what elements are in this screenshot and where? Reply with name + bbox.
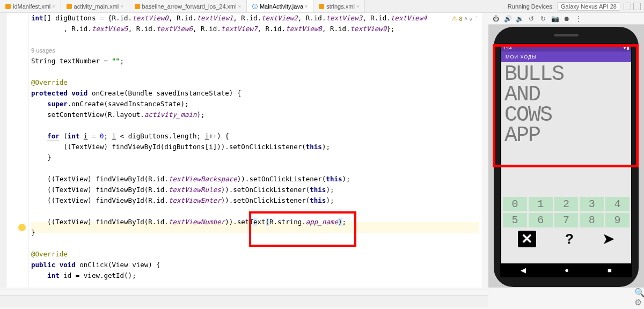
display-line-2: AND	[504, 85, 628, 105]
record-icon[interactable]: ⏺	[562, 14, 571, 23]
app-title: МОИ ХОДЫ	[506, 54, 537, 60]
android-app-bar: МОИ ХОДЫ	[501, 52, 631, 62]
home-button[interactable]: ●	[565, 266, 569, 274]
key-8[interactable]: 8	[580, 213, 604, 227]
enter-button[interactable]: ➤	[603, 231, 614, 247]
bottom-panel	[0, 290, 488, 309]
xml-icon	[5, 4, 11, 9]
tab-label: MainActivity.java	[260, 3, 303, 10]
code-content: int[] digButtons = {R.id.textView0, R.id…	[31, 13, 479, 281]
close-icon[interactable]: ×	[238, 4, 241, 9]
app-display: BULLS AND COWS APP	[501, 62, 631, 197]
key-2[interactable]: 2	[554, 197, 579, 211]
window-controls	[624, 3, 641, 10]
android-nav-bar: ◀ ● ■	[501, 263, 631, 276]
key-4[interactable]: 4	[605, 197, 630, 211]
settings-icon[interactable]: ⚙	[634, 297, 642, 305]
key-9[interactable]: 9	[605, 213, 630, 227]
key-3[interactable]: 3	[580, 197, 604, 211]
back-button[interactable]: ◀	[521, 266, 526, 274]
close-icon[interactable]: ×	[356, 4, 359, 9]
tab-label: idManifest.xml	[13, 3, 50, 10]
tab-main-activity[interactable]: CMainActivity.java×	[247, 0, 313, 12]
line-gutter	[6, 13, 29, 288]
tab-label: strings.xml	[326, 3, 355, 10]
display-line-1: BULLS	[504, 64, 628, 85]
recents-button[interactable]: ■	[608, 266, 612, 274]
intention-bulb-icon[interactable]	[18, 224, 26, 231]
power-icon[interactable]: ⏻	[492, 14, 500, 23]
device-screen[interactable]: 1:34 ▾ ▮ МОИ ХОДЫ BULLS AND COWS APP 0 1…	[500, 43, 632, 277]
display-line-4: APP	[504, 126, 628, 146]
emulator-side-toolbar: 🔍 ⚙	[634, 288, 643, 307]
left-gutter	[0, 13, 6, 288]
app-control-row: ✕ ? ➤	[501, 227, 631, 251]
device-frame: 1:34 ▾ ▮ МОИ ХОДЫ BULLS AND COWS APP 0 1…	[494, 27, 639, 287]
tab-manifest[interactable]: idManifest.xml×	[0, 0, 61, 12]
volume-up-icon[interactable]: 🔊	[503, 14, 512, 23]
screenshot-icon[interactable]: 📷	[551, 14, 559, 23]
zoom-icon[interactable]: 🔍	[634, 288, 642, 295]
close-icon[interactable]: ×	[305, 4, 308, 9]
emulator-panel: 1:34 ▾ ▮ МОИ ХОДЫ BULLS AND COWS APP 0 1…	[488, 25, 644, 288]
breadcrumb-bar[interactable]	[0, 295, 488, 307]
tab-label: baseline_arrow_forward_ios_24.xml	[142, 3, 237, 10]
xml-icon	[67, 4, 72, 9]
tab-strings[interactable]: strings.xml×	[313, 0, 365, 12]
device-selector[interactable]: Galaxy Nexus API 28	[557, 2, 620, 11]
tab-activity-main[interactable]: activity_main.xml×	[61, 0, 129, 12]
xml-icon	[319, 4, 324, 9]
close-icon[interactable]: ×	[120, 4, 123, 9]
volume-down-icon[interactable]: 🔉	[515, 14, 524, 23]
backspace-button[interactable]: ✕	[518, 231, 536, 247]
close-icon[interactable]: ×	[52, 4, 55, 9]
minimize-icon[interactable]	[624, 3, 631, 10]
key-5[interactable]: 5	[503, 213, 527, 227]
running-devices-label: Running Devices:	[508, 3, 554, 10]
more-icon[interactable]: ⋮	[574, 14, 583, 23]
tab-baseline-arrow[interactable]: baseline_arrow_forward_ios_24.xml×	[129, 0, 247, 12]
key-7[interactable]: 7	[554, 213, 579, 227]
settings-icon[interactable]	[633, 3, 641, 10]
java-icon: C	[252, 4, 258, 9]
editor[interactable]: ⚠ 8 ʌ v ⋮ int[] digButtons = {R.id.textV…	[6, 13, 482, 288]
rotate-right-icon[interactable]: ↻	[539, 14, 547, 23]
android-status-bar: 1:34 ▾ ▮	[501, 44, 631, 52]
rotate-left-icon[interactable]: ↺	[527, 14, 536, 23]
rules-button[interactable]: ?	[565, 231, 574, 247]
display-line-3: COWS	[504, 105, 628, 126]
emulator-toolbar: ⏻ 🔊 🔉 ↺ ↻ 📷 ⏺ ⋮	[488, 13, 644, 25]
tab-label: activity_main.xml	[74, 3, 119, 10]
status-icons: ▾ ▮	[624, 46, 629, 50]
app-keypad: 0 1 2 3 4 5 6 7 8 9	[501, 197, 631, 227]
key-1[interactable]: 1	[529, 197, 553, 211]
key-6[interactable]: 6	[529, 213, 553, 227]
xml-icon	[135, 4, 140, 9]
phone-speaker	[554, 34, 579, 36]
status-time: 1:34	[503, 46, 512, 50]
key-0[interactable]: 0	[503, 197, 527, 211]
